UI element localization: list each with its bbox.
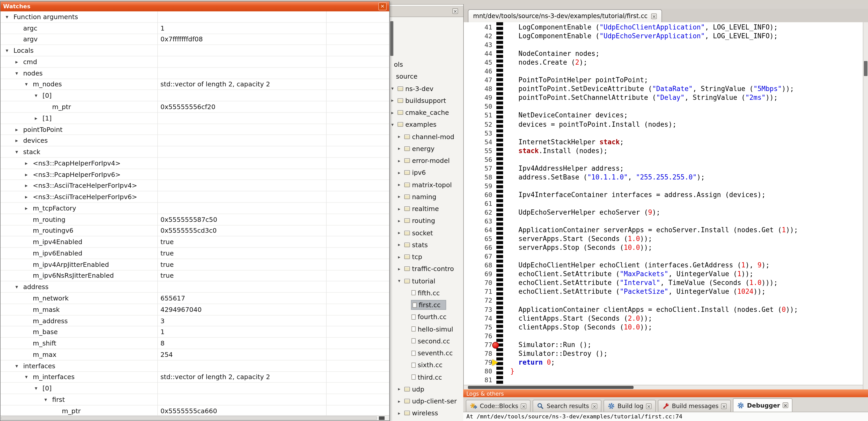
watch-row[interactable]: m_ipv4Enabledtrue xyxy=(1,237,389,248)
close-icon[interactable]: × xyxy=(378,3,386,10)
editor-hscrollbar-thumb[interactable] xyxy=(468,386,633,389)
editor-hscrollbar[interactable] xyxy=(464,385,863,389)
watch-row[interactable]: m_mask4294967040 xyxy=(1,304,389,316)
expand-arrow-icon[interactable]: ▸ xyxy=(15,59,23,65)
expand-arrow-icon[interactable]: ▸ xyxy=(398,182,404,187)
watch-row[interactable]: m_routingv60x5555555cd3c0 xyxy=(1,225,389,237)
collapse-arrow-icon[interactable]: ▾ xyxy=(35,385,42,391)
watch-row[interactable]: ▸pointToPoint xyxy=(1,124,389,135)
tree-item[interactable]: ▸traffic-contro xyxy=(390,263,463,275)
expand-arrow-icon[interactable]: ▸ xyxy=(35,115,42,121)
watch-row[interactable]: m_address3 xyxy=(1,315,389,327)
expand-arrow-icon[interactable]: ▸ xyxy=(398,254,404,259)
tree-item[interactable]: ▸energy xyxy=(390,143,463,155)
tree-item[interactable]: ▸cmake_cache xyxy=(390,106,463,119)
logs-titlebar[interactable]: Logs & others xyxy=(463,389,868,397)
watch-row[interactable]: ▾nodes xyxy=(1,68,389,79)
expand-arrow-icon[interactable]: ▸ xyxy=(398,170,404,175)
watch-row[interactable]: ▾m_interfacesstd::vector of length 2, ca… xyxy=(1,371,389,383)
tree-item[interactable]: source xyxy=(390,71,463,83)
tree-item[interactable]: ▸channel-mod xyxy=(390,131,463,143)
tab-search-results[interactable]: Search results× xyxy=(533,400,601,412)
watch-row[interactable]: ▸cmd xyxy=(1,56,389,68)
collapse-arrow-icon[interactable]: ▾ xyxy=(6,14,13,20)
editor-vscrollbar[interactable] xyxy=(863,22,868,389)
watch-row[interactable]: ▸devices xyxy=(1,135,389,147)
management-pane-header[interactable]: × xyxy=(390,6,463,17)
tab-close-icon[interactable]: × xyxy=(646,403,652,409)
watches-hscrollbar-thumb[interactable] xyxy=(1,416,377,420)
watch-row[interactable]: m_shift8 xyxy=(1,338,389,349)
watch-row[interactable]: argv0x7fffffffdf08 xyxy=(1,34,389,45)
tree-item[interactable]: sixth.cc xyxy=(390,359,463,371)
expand-arrow-icon[interactable]: ▸ xyxy=(398,146,404,151)
collapse-arrow-icon[interactable]: ▾ xyxy=(15,284,23,290)
watches-titlebar[interactable]: Watches × xyxy=(1,2,389,11)
tree-item[interactable]: ols xyxy=(390,59,463,71)
expand-arrow-icon[interactable]: ▸ xyxy=(25,183,33,189)
editor-tab[interactable]: mnt/dev/tools/source/ns-3-dev/examples/t… xyxy=(468,9,662,22)
code-area[interactable]: LogComponentEnable ("UdpEchoClientApplic… xyxy=(510,23,798,385)
watch-row[interactable]: ▸[1] xyxy=(1,113,389,124)
tree-item[interactable]: ▾ns-3-dev xyxy=(390,83,463,95)
tree-item[interactable]: ▸routing xyxy=(390,215,463,227)
expand-arrow-icon[interactable]: ▸ xyxy=(391,110,398,115)
watches-hscrollbar[interactable] xyxy=(1,415,389,420)
expand-arrow-icon[interactable]: ▸ xyxy=(398,134,404,139)
tree-item[interactable]: ▸buildsupport xyxy=(390,95,463,107)
watch-row[interactable]: ▾interfaces xyxy=(1,360,389,371)
expand-arrow-icon[interactable]: ▸ xyxy=(15,138,23,143)
collapse-arrow-icon[interactable]: ▾ xyxy=(15,70,23,76)
watch-row[interactable]: ▸m_tcpFactory xyxy=(1,203,389,214)
editor-body[interactable]: 4142434445464748495051525354555657585960… xyxy=(464,22,863,385)
watch-row[interactable]: ▾[0] xyxy=(1,90,389,102)
watch-row[interactable]: m_max254 xyxy=(1,349,389,360)
tree-item[interactable]: ▸tcp xyxy=(390,251,463,263)
collapse-arrow-icon[interactable]: ▾ xyxy=(15,363,23,368)
watch-row[interactable]: ▾address xyxy=(1,282,389,293)
tab-close-icon[interactable]: × xyxy=(721,403,727,409)
tab-close-icon[interactable]: × xyxy=(521,403,527,409)
collapse-arrow-icon[interactable]: ▾ xyxy=(35,93,42,98)
tree-item[interactable]: ▾examples xyxy=(390,119,463,131)
tree-item[interactable]: second.cc xyxy=(390,335,463,347)
tree-item[interactable]: ▸realtime xyxy=(390,203,463,215)
expand-arrow-icon[interactable]: ▸ xyxy=(398,230,404,235)
expand-arrow-icon[interactable]: ▸ xyxy=(398,206,404,211)
editor-vscrollbar-thumb[interactable] xyxy=(864,61,867,76)
tab-close-icon[interactable]: × xyxy=(783,402,788,408)
watch-row[interactable]: ▸<ns3::PcapHelperForIpv6> xyxy=(1,169,389,180)
collapse-arrow-icon[interactable]: ▾ xyxy=(25,82,33,87)
collapse-arrow-icon[interactable]: ▾ xyxy=(391,86,398,91)
tree-item[interactable]: ▾tutorial xyxy=(390,275,463,287)
watch-row[interactable]: ▾first xyxy=(1,394,389,406)
expand-arrow-icon[interactable]: ▸ xyxy=(15,126,23,132)
tree-item[interactable]: hello-simul xyxy=(390,323,463,335)
watch-row[interactable]: argc1 xyxy=(1,23,389,34)
tab-close-icon[interactable]: × xyxy=(651,13,657,19)
expand-arrow-icon[interactable]: ▸ xyxy=(398,387,404,392)
watch-row[interactable]: ▾Locals xyxy=(1,45,389,57)
tree-item[interactable]: first.cc xyxy=(390,299,463,311)
watch-row[interactable]: m_ptr0x55555556cf20 xyxy=(1,101,389,113)
watch-row[interactable]: ▸<ns3::AsciiTraceHelperForIpv6> xyxy=(1,192,389,203)
expand-arrow-icon[interactable]: ▸ xyxy=(25,171,33,177)
tree-item[interactable]: fourth.cc xyxy=(390,311,463,323)
expand-arrow-icon[interactable]: ▸ xyxy=(398,218,404,223)
watch-row[interactable]: ▾[0] xyxy=(1,383,389,394)
tree-item[interactable]: ▸udp-client-ser xyxy=(390,395,463,407)
expand-arrow-icon[interactable]: ▸ xyxy=(398,194,404,199)
watch-row[interactable]: m_ipv6Enabledtrue xyxy=(1,248,389,259)
tab-close-icon[interactable]: × xyxy=(592,403,597,409)
expand-arrow-icon[interactable]: ▸ xyxy=(398,411,404,416)
breakpoint-marker[interactable] xyxy=(492,342,499,349)
tree-item[interactable]: ▸error-model xyxy=(390,155,463,167)
resize-grip[interactable] xyxy=(379,416,384,420)
collapse-arrow-icon[interactable]: ▾ xyxy=(25,374,33,380)
tree-item[interactable]: ▸stats xyxy=(390,239,463,251)
watch-row[interactable]: m_base1 xyxy=(1,327,389,338)
expand-arrow-icon[interactable]: ▸ xyxy=(25,205,33,211)
expand-arrow-icon[interactable]: ▸ xyxy=(398,242,404,248)
collapse-arrow-icon[interactable]: ▾ xyxy=(15,149,23,155)
tab-code-blocks[interactable]: Code::Blocks× xyxy=(466,400,531,412)
